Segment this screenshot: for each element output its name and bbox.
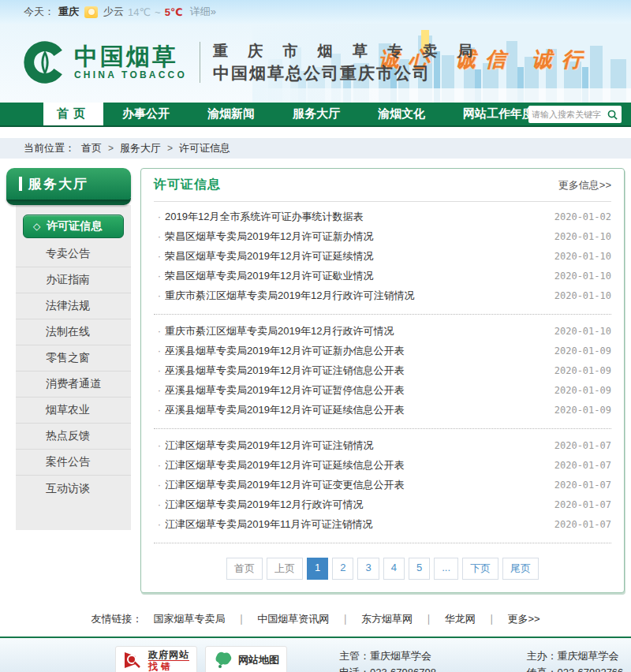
sidebar-item-monopoly-notice[interactable]: 专卖公告 (16, 241, 131, 267)
pagination-prev[interactable]: 上页 (267, 558, 303, 580)
breadcrumb-home[interactable]: 首页 (81, 141, 102, 155)
breadcrumb-service-hall[interactable]: 服务大厅 (120, 141, 161, 155)
nav-tab-service-hall[interactable]: 服务大厅 (274, 103, 359, 125)
site-map-badge[interactable]: 网站地图 (205, 646, 287, 672)
group-divider (154, 534, 611, 543)
pagination-page-2[interactable]: 2 (332, 558, 353, 580)
article-link[interactable]: 2019年12月全市系统许可证办事统计数据表 (165, 210, 554, 224)
article-date: 2020-01-07 (554, 519, 611, 530)
article-date: 2020-01-07 (554, 440, 611, 451)
article-date: 2020-01-10 (554, 271, 611, 282)
search-input[interactable] (528, 110, 604, 119)
friend-link-state-bureau[interactable]: 国家烟草专卖局 (153, 612, 225, 626)
bullet-icon: · (154, 479, 165, 491)
sidebar-item-license-guide[interactable]: 办证指南 (16, 267, 131, 293)
article-list: ·2019年12月全市系统许可证办事统计数据表2020-01-02 ·荣昌区烟草… (154, 202, 611, 543)
weather-detail-link[interactable]: 详细» (190, 5, 216, 19)
nav-tab-culture[interactable]: 渝烟文化 (359, 103, 444, 125)
brand-name-cn: 中国烟草 (74, 44, 187, 69)
breadcrumb-current[interactable]: 许可证信息 (179, 141, 230, 155)
article-link[interactable]: 荣昌区烟草专卖局2019年12月许可证歇业情况 (165, 269, 554, 283)
list-item: ·重庆市綦江区烟草专卖局2019年12月行政许可注销情况2020-01-10 (154, 286, 611, 305)
link-separator: ｜ (487, 612, 497, 626)
sidebar-item-case-notice[interactable]: 案件公告 (16, 450, 131, 476)
pagination-page-4[interactable]: 4 (383, 558, 405, 580)
article-link[interactable]: 重庆市綦江区烟草专卖局2019年12月行政许可注销情况 (165, 289, 554, 303)
footer: 政府网站 找错 网站地图 谢绝18岁以下未成年人访问 吸烟有害健康，禁止未成年人… (0, 638, 631, 672)
article-link[interactable]: 江津区烟草专卖局2019年12月许可证延续信息公开表 (165, 458, 554, 472)
brand-block: 中国烟草 CHINA TOBACCO 重 庆 市 烟 草 专 卖 局 中国烟草总… (22, 39, 480, 85)
sidebar-item-tobacco-agriculture[interactable]: 烟草农业 (16, 398, 131, 424)
content-area: 服务大厅 ◇ 许可证信息 专卖公告 办证指南 法律法规 法制在线 零售之窗 消费… (0, 159, 631, 601)
pagination-next[interactable]: 下页 (462, 558, 498, 580)
sidebar-item-laws[interactable]: 法律法规 (16, 293, 131, 319)
breadcrumb-separator: > (108, 143, 114, 154)
sidebar-item-license-info[interactable]: ◇ 许可证信息 (23, 215, 124, 238)
site-map-label: 网站地图 (238, 653, 279, 667)
article-link[interactable]: 江津区烟草专卖局2019年11月许可证注销情况 (165, 517, 554, 532)
article-link[interactable]: 江津区烟草专卖局2019年12月许可证注销情况 (165, 439, 554, 453)
article-link[interactable]: 荣昌区烟草专卖局2019年12月许可证延续情况 (165, 249, 554, 263)
list-item: ·巫溪县烟草专卖局2019年12月许可证注销信息公开表2020-01-09 (154, 360, 611, 380)
friend-link-tobacco-info[interactable]: 中国烟草资讯网 (257, 612, 329, 626)
gov-error-report-badge[interactable]: 政府网站 找错 (115, 646, 197, 672)
link-separator: ｜ (236, 612, 246, 626)
nav-tab-home[interactable]: 首页 (43, 103, 103, 125)
list-item: ·巫溪县烟草专卖局2019年12月许可证延续信息公开表2020-01-09 (154, 400, 611, 420)
china-map-icon (213, 651, 233, 670)
bullet-icon: · (154, 518, 165, 530)
article-link[interactable]: 荣昌区烟草专卖局2019年12月许可证新办情况 (165, 230, 554, 244)
bullet-icon: · (154, 345, 165, 357)
more-info-link[interactable]: 更多信息>> (558, 178, 611, 192)
brand-divider (200, 42, 200, 83)
main-panel-header: 许可证信息 更多信息>> (154, 169, 611, 202)
article-link[interactable]: 江津区烟草专卖局2019年12月行政许可情况 (165, 498, 554, 512)
article-link[interactable]: 巫溪县烟草专卖局2019年12月许可证注销信息公开表 (165, 364, 554, 378)
main-panel: 许可证信息 更多信息>> ·2019年12月全市系统许可证办事统计数据表2020… (140, 168, 625, 593)
friend-link-hualong[interactable]: 华龙网 (445, 612, 476, 626)
sidebar-item-consumer-channel[interactable]: 消费者通道 (16, 371, 131, 398)
search-button[interactable] (604, 106, 620, 123)
sidebar: 服务大厅 ◇ 许可证信息 专卖公告 办证指南 法律法规 法制在线 零售之窗 消费… (6, 168, 131, 593)
article-link[interactable]: 巫溪县烟草专卖局2019年12月许可证暂停信息公开表 (165, 383, 554, 398)
bullet-icon: · (154, 498, 165, 510)
pagination-page-5[interactable]: 5 (409, 558, 430, 580)
nav-tab-affairs[interactable]: 办事公开 (103, 103, 189, 125)
sidebar-item-legal-online[interactable]: 法制在线 (16, 319, 131, 345)
sidebar-item-interview[interactable]: 互动访谈 (16, 476, 131, 502)
brand-name-en: CHINA TOBACCO (74, 69, 187, 80)
article-date: 2020-01-10 (554, 251, 611, 262)
list-item: ·江津区烟草专卖局2019年12月行政许可情况2020-01-07 (154, 495, 611, 514)
sidebar-item-hot-feedback[interactable]: 热点反馈 (16, 424, 131, 450)
pagination-page-3[interactable]: 3 (357, 558, 379, 580)
bullet-icon: · (154, 289, 165, 301)
list-item: ·荣昌区烟草专卖局2019年12月许可证歇业情况2020-01-10 (154, 266, 611, 286)
weather-temp-high: 14℃ (128, 6, 151, 18)
sidebar-item-label: 许可证信息 (47, 219, 102, 233)
article-link[interactable]: 江津区烟草专卖局2019年12月许可证变更信息公开表 (165, 478, 554, 492)
article-link[interactable]: 巫溪县烟草专卖局2019年12月许可证新办信息公开表 (165, 344, 554, 358)
list-item: ·2019年12月全市系统许可证办事统计数据表2020-01-02 (154, 207, 611, 226)
org-name-line2: 中国烟草总公司重庆市公司 (213, 62, 480, 84)
china-tobacco-logo-icon (22, 39, 68, 85)
diamond-icon: ◇ (33, 221, 40, 232)
article-date: 2020-01-10 (554, 231, 611, 242)
sidebar-item-retail-window[interactable]: 零售之窗 (16, 345, 131, 371)
article-date: 2020-01-09 (554, 345, 611, 357)
weather-temp-low: 5℃ (165, 6, 183, 18)
bullet-icon: · (154, 364, 165, 376)
friend-link-eastern-tobacco[interactable]: 东方烟草网 (361, 612, 413, 626)
breadcrumb: 当前位置： 首页 > 服务大厅 > 许可证信息 (0, 138, 631, 159)
weather-city: 重庆 (58, 5, 79, 19)
article-date: 2020-01-09 (554, 365, 611, 376)
pagination-last[interactable]: 尾页 (502, 558, 539, 580)
gov-badge-line1: 政府网站 (148, 649, 189, 660)
friend-link-more[interactable]: 更多>> (507, 612, 540, 626)
spacer (0, 127, 631, 138)
article-link[interactable]: 巫溪县烟草专卖局2019年12月许可证延续信息公开表 (165, 403, 554, 417)
nav-tab-news[interactable]: 渝烟新闻 (189, 103, 274, 125)
article-link[interactable]: 重庆市綦江区烟草专卖局2019年12月行政许可情况 (165, 324, 554, 338)
pagination-first[interactable]: 首页 (226, 558, 263, 580)
org-name-line1: 重 庆 市 烟 草 专 卖 局 (213, 40, 480, 62)
pagination-page-1[interactable]: 1 (307, 558, 328, 580)
